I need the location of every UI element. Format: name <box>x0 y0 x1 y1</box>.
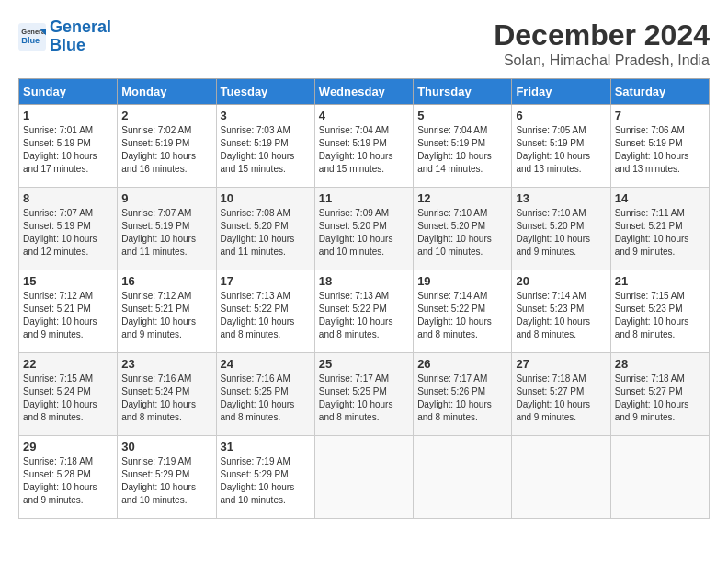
calendar-cell: 5 Sunrise: 7:04 AM Sunset: 5:19 PM Dayli… <box>414 105 512 188</box>
day-number: 19 <box>417 274 507 288</box>
calendar-cell: 30 Sunrise: 7:19 AM Sunset: 5:29 PM Dayl… <box>118 436 216 519</box>
calendar-cell: 22 Sunrise: 7:15 AM Sunset: 5:24 PM Dayl… <box>19 353 118 436</box>
calendar-cell: 21 Sunrise: 7:15 AM Sunset: 5:23 PM Dayl… <box>610 270 709 353</box>
day-number: 11 <box>319 191 409 205</box>
day-info: Sunrise: 7:12 AM Sunset: 5:21 PM Dayligh… <box>121 290 211 341</box>
calendar-cell <box>512 436 610 519</box>
calendar-body: 1 Sunrise: 7:01 AM Sunset: 5:19 PM Dayli… <box>19 105 710 519</box>
calendar-cell: 16 Sunrise: 7:12 AM Sunset: 5:21 PM Dayl… <box>118 270 216 353</box>
day-number: 6 <box>516 109 606 122</box>
day-info: Sunrise: 7:05 AM Sunset: 5:19 PM Dayligh… <box>516 124 606 176</box>
day-info: Sunrise: 7:12 AM Sunset: 5:21 PM Dayligh… <box>23 290 113 341</box>
calendar-cell <box>414 436 512 519</box>
calendar-cell: 27 Sunrise: 7:18 AM Sunset: 5:27 PM Dayl… <box>512 353 610 436</box>
day-info: Sunrise: 7:11 AM Sunset: 5:21 PM Dayligh… <box>615 207 705 259</box>
calendar-cell: 7 Sunrise: 7:06 AM Sunset: 5:19 PM Dayli… <box>610 105 709 188</box>
day-number: 8 <box>23 191 113 205</box>
day-info: Sunrise: 7:16 AM Sunset: 5:24 PM Dayligh… <box>121 373 211 424</box>
day-number: 9 <box>121 191 211 205</box>
day-info: Sunrise: 7:06 AM Sunset: 5:19 PM Dayligh… <box>615 124 705 176</box>
day-info: Sunrise: 7:15 AM Sunset: 5:23 PM Dayligh… <box>615 290 705 341</box>
day-info: Sunrise: 7:09 AM Sunset: 5:20 PM Dayligh… <box>319 207 409 259</box>
day-info: Sunrise: 7:18 AM Sunset: 5:27 PM Dayligh… <box>615 373 705 424</box>
day-number: 24 <box>221 357 311 371</box>
day-number: 2 <box>121 109 211 122</box>
calendar-cell: 14 Sunrise: 7:11 AM Sunset: 5:21 PM Dayl… <box>610 188 709 270</box>
day-info: Sunrise: 7:19 AM Sunset: 5:29 PM Dayligh… <box>121 455 211 507</box>
logo-text: General Blue <box>50 18 111 55</box>
header-monday: Monday <box>118 79 216 105</box>
day-number: 15 <box>23 274 113 288</box>
month-title: December 2024 <box>494 18 710 52</box>
calendar: Sunday Monday Tuesday Wednesday Thursday… <box>18 78 710 519</box>
day-info: Sunrise: 7:14 AM Sunset: 5:23 PM Dayligh… <box>516 290 606 341</box>
calendar-cell: 10 Sunrise: 7:08 AM Sunset: 5:20 PM Dayl… <box>216 188 314 270</box>
calendar-cell: 19 Sunrise: 7:14 AM Sunset: 5:22 PM Dayl… <box>414 270 512 353</box>
day-number: 27 <box>516 357 606 371</box>
calendar-cell: 6 Sunrise: 7:05 AM Sunset: 5:19 PM Dayli… <box>512 105 610 188</box>
day-info: Sunrise: 7:01 AM Sunset: 5:19 PM Dayligh… <box>23 124 113 176</box>
day-info: Sunrise: 7:18 AM Sunset: 5:27 PM Dayligh… <box>516 373 606 424</box>
calendar-cell: 1 Sunrise: 7:01 AM Sunset: 5:19 PM Dayli… <box>19 105 118 188</box>
calendar-cell: 9 Sunrise: 7:07 AM Sunset: 5:19 PM Dayli… <box>118 188 216 270</box>
day-info: Sunrise: 7:02 AM Sunset: 5:19 PM Dayligh… <box>121 124 211 176</box>
day-info: Sunrise: 7:19 AM Sunset: 5:29 PM Dayligh… <box>221 455 311 507</box>
day-number: 26 <box>417 357 507 371</box>
calendar-week-row: 8 Sunrise: 7:07 AM Sunset: 5:19 PM Dayli… <box>19 188 710 270</box>
day-number: 31 <box>221 440 311 454</box>
day-number: 28 <box>615 357 705 371</box>
calendar-cell: 31 Sunrise: 7:19 AM Sunset: 5:29 PM Dayl… <box>216 436 314 519</box>
day-info: Sunrise: 7:07 AM Sunset: 5:19 PM Dayligh… <box>121 207 211 259</box>
calendar-cell: 29 Sunrise: 7:18 AM Sunset: 5:28 PM Dayl… <box>19 436 118 519</box>
header-wednesday: Wednesday <box>314 79 413 105</box>
calendar-cell: 24 Sunrise: 7:16 AM Sunset: 5:25 PM Dayl… <box>216 353 314 436</box>
page-header: General Blue General Blue December 2024 … <box>18 18 710 69</box>
calendar-week-row: 29 Sunrise: 7:18 AM Sunset: 5:28 PM Dayl… <box>19 436 710 519</box>
day-info: Sunrise: 7:17 AM Sunset: 5:25 PM Dayligh… <box>319 373 409 424</box>
day-info: Sunrise: 7:04 AM Sunset: 5:19 PM Dayligh… <box>417 124 507 176</box>
day-number: 5 <box>417 109 507 122</box>
day-info: Sunrise: 7:08 AM Sunset: 5:20 PM Dayligh… <box>221 207 311 259</box>
day-number: 16 <box>121 274 211 288</box>
title-area: December 2024 Solan, Himachal Pradesh, I… <box>494 18 710 69</box>
day-info: Sunrise: 7:16 AM Sunset: 5:25 PM Dayligh… <box>221 373 311 424</box>
day-number: 29 <box>23 440 113 454</box>
calendar-week-row: 15 Sunrise: 7:12 AM Sunset: 5:21 PM Dayl… <box>19 270 710 353</box>
logo-icon: General Blue <box>18 23 46 51</box>
calendar-cell: 4 Sunrise: 7:04 AM Sunset: 5:19 PM Dayli… <box>314 105 413 188</box>
svg-text:Blue: Blue <box>21 35 40 44</box>
calendar-cell: 20 Sunrise: 7:14 AM Sunset: 5:23 PM Dayl… <box>512 270 610 353</box>
calendar-cell: 11 Sunrise: 7:09 AM Sunset: 5:20 PM Dayl… <box>314 188 413 270</box>
day-number: 22 <box>23 357 113 371</box>
day-number: 1 <box>23 109 113 122</box>
logo-blue: Blue <box>50 36 85 54</box>
header-saturday: Saturday <box>610 79 709 105</box>
calendar-cell: 26 Sunrise: 7:17 AM Sunset: 5:26 PM Dayl… <box>414 353 512 436</box>
logo-general: General <box>50 17 111 36</box>
day-info: Sunrise: 7:10 AM Sunset: 5:20 PM Dayligh… <box>516 207 606 259</box>
day-number: 4 <box>319 109 409 122</box>
calendar-cell: 13 Sunrise: 7:10 AM Sunset: 5:20 PM Dayl… <box>512 188 610 270</box>
calendar-cell <box>610 436 709 519</box>
header-tuesday: Tuesday <box>216 79 314 105</box>
day-info: Sunrise: 7:13 AM Sunset: 5:22 PM Dayligh… <box>319 290 409 341</box>
day-number: 30 <box>121 440 211 454</box>
calendar-cell: 17 Sunrise: 7:13 AM Sunset: 5:22 PM Dayl… <box>216 270 314 353</box>
day-number: 25 <box>319 357 409 371</box>
day-number: 20 <box>516 274 606 288</box>
calendar-cell: 3 Sunrise: 7:03 AM Sunset: 5:19 PM Dayli… <box>216 105 314 188</box>
day-info: Sunrise: 7:03 AM Sunset: 5:19 PM Dayligh… <box>221 124 311 176</box>
header-thursday: Thursday <box>414 79 512 105</box>
logo: General Blue General Blue <box>18 18 111 55</box>
day-info: Sunrise: 7:04 AM Sunset: 5:19 PM Dayligh… <box>319 124 409 176</box>
day-number: 14 <box>615 191 705 205</box>
day-number: 3 <box>221 109 311 122</box>
day-info: Sunrise: 7:14 AM Sunset: 5:22 PM Dayligh… <box>417 290 507 341</box>
calendar-cell: 25 Sunrise: 7:17 AM Sunset: 5:25 PM Dayl… <box>314 353 413 436</box>
header-sunday: Sunday <box>19 79 118 105</box>
day-info: Sunrise: 7:13 AM Sunset: 5:22 PM Dayligh… <box>221 290 311 341</box>
calendar-cell: 23 Sunrise: 7:16 AM Sunset: 5:24 PM Dayl… <box>118 353 216 436</box>
calendar-week-row: 1 Sunrise: 7:01 AM Sunset: 5:19 PM Dayli… <box>19 105 710 188</box>
day-info: Sunrise: 7:17 AM Sunset: 5:26 PM Dayligh… <box>417 373 507 424</box>
header-friday: Friday <box>512 79 610 105</box>
